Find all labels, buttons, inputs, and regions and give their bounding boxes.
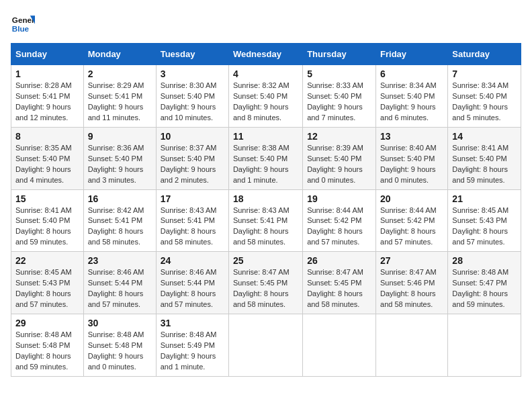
calendar-cell: 15Sunrise: 8:41 AMSunset: 5:40 PMDayligh… [11,189,84,252]
day-info: Sunrise: 8:34 AMSunset: 5:40 PMDaylight:… [452,81,517,124]
page-header: General Blue [11,11,521,35]
calendar-cell: 4Sunrise: 8:32 AMSunset: 5:40 PMDaylight… [228,65,302,128]
day-number: 31 [161,318,224,328]
day-info: Sunrise: 8:35 AMSunset: 5:40 PMDaylight:… [15,143,79,186]
day-info: Sunrise: 8:48 AMSunset: 5:47 PMDaylight:… [452,267,517,310]
column-header-monday: Monday [83,44,156,65]
day-number: 1 [15,68,79,79]
calendar-cell: 23Sunrise: 8:46 AMSunset: 5:44 PMDayligh… [83,252,156,314]
day-info: Sunrise: 8:28 AMSunset: 5:41 PMDaylight:… [15,81,79,124]
calendar-week-3: 15Sunrise: 8:41 AMSunset: 5:40 PMDayligh… [11,189,521,252]
day-info: Sunrise: 8:29 AMSunset: 5:41 PMDaylight:… [88,81,152,124]
column-header-thursday: Thursday [303,44,376,65]
svg-text:Blue: Blue [12,24,30,33]
day-info: Sunrise: 8:37 AMSunset: 5:40 PMDaylight:… [161,143,224,186]
day-info: Sunrise: 8:48 AMSunset: 5:48 PMDaylight:… [88,330,152,373]
day-info: Sunrise: 8:41 AMSunset: 5:40 PMDaylight:… [452,143,517,186]
day-info: Sunrise: 8:30 AMSunset: 5:40 PMDaylight:… [161,81,224,124]
calendar-cell: 9Sunrise: 8:36 AMSunset: 5:40 PMDaylight… [83,127,156,189]
calendar-cell: 22Sunrise: 8:45 AMSunset: 5:43 PMDayligh… [11,252,84,314]
day-number: 25 [233,255,298,266]
calendar-cell: 31Sunrise: 8:48 AMSunset: 5:49 PMDayligh… [156,314,228,377]
day-info: Sunrise: 8:43 AMSunset: 5:41 PMDaylight:… [161,205,224,248]
calendar-cell: 2Sunrise: 8:29 AMSunset: 5:41 PMDaylight… [83,65,156,128]
column-header-tuesday: Tuesday [156,44,228,65]
calendar-cell: 25Sunrise: 8:47 AMSunset: 5:45 PMDayligh… [228,252,302,314]
calendar-cell: 29Sunrise: 8:48 AMSunset: 5:48 PMDayligh… [11,314,84,377]
calendar-cell [376,314,448,377]
calendar-cell: 7Sunrise: 8:34 AMSunset: 5:40 PMDaylight… [448,65,521,128]
calendar-cell [448,314,521,377]
day-info: Sunrise: 8:44 AMSunset: 5:42 PMDaylight:… [380,205,443,248]
day-number: 18 [233,193,298,204]
day-info: Sunrise: 8:43 AMSunset: 5:41 PMDaylight:… [233,205,298,248]
day-number: 22 [15,255,79,266]
day-number: 6 [380,68,443,79]
calendar-cell: 17Sunrise: 8:43 AMSunset: 5:41 PMDayligh… [156,189,228,252]
day-number: 8 [15,131,79,142]
day-info: Sunrise: 8:47 AMSunset: 5:45 PMDaylight:… [307,267,371,310]
day-info: Sunrise: 8:36 AMSunset: 5:40 PMDaylight:… [88,143,152,186]
calendar-cell: 10Sunrise: 8:37 AMSunset: 5:40 PMDayligh… [156,127,228,189]
column-header-sunday: Sunday [11,44,84,65]
day-number: 14 [452,131,517,142]
day-info: Sunrise: 8:41 AMSunset: 5:40 PMDaylight:… [15,205,79,248]
calendar-cell: 24Sunrise: 8:46 AMSunset: 5:44 PMDayligh… [156,252,228,314]
day-info: Sunrise: 8:47 AMSunset: 5:45 PMDaylight:… [233,267,298,310]
day-number: 12 [307,131,371,142]
day-number: 9 [88,131,152,142]
calendar-cell: 3Sunrise: 8:30 AMSunset: 5:40 PMDaylight… [156,65,228,128]
day-number: 4 [233,68,298,79]
column-header-saturday: Saturday [448,44,521,65]
day-number: 19 [307,193,371,204]
calendar-table: SundayMondayTuesdayWednesdayThursdayFrid… [11,43,521,377]
day-info: Sunrise: 8:46 AMSunset: 5:44 PMDaylight:… [161,267,224,310]
calendar-cell: 20Sunrise: 8:44 AMSunset: 5:42 PMDayligh… [376,189,448,252]
calendar-week-2: 8Sunrise: 8:35 AMSunset: 5:40 PMDaylight… [11,127,521,189]
day-number: 10 [161,131,224,142]
day-info: Sunrise: 8:46 AMSunset: 5:44 PMDaylight:… [88,267,152,310]
day-number: 7 [452,68,517,79]
day-info: Sunrise: 8:42 AMSunset: 5:41 PMDaylight:… [88,205,152,248]
day-number: 5 [307,68,371,79]
day-info: Sunrise: 8:47 AMSunset: 5:46 PMDaylight:… [380,267,443,310]
day-info: Sunrise: 8:48 AMSunset: 5:49 PMDaylight:… [161,330,224,373]
calendar-week-1: 1Sunrise: 8:28 AMSunset: 5:41 PMDaylight… [11,65,521,128]
calendar-cell: 5Sunrise: 8:33 AMSunset: 5:40 PMDaylight… [303,65,376,128]
day-number: 23 [88,255,152,266]
calendar-cell: 6Sunrise: 8:34 AMSunset: 5:40 PMDaylight… [376,65,448,128]
day-number: 2 [88,68,152,79]
day-number: 3 [161,68,224,79]
day-number: 30 [88,318,152,328]
day-number: 11 [233,131,298,142]
calendar-cell: 11Sunrise: 8:38 AMSunset: 5:40 PMDayligh… [228,127,302,189]
calendar-cell [303,314,376,377]
column-header-friday: Friday [376,44,448,65]
day-info: Sunrise: 8:48 AMSunset: 5:48 PMDaylight:… [15,330,79,373]
day-number: 24 [161,255,224,266]
day-info: Sunrise: 8:38 AMSunset: 5:40 PMDaylight:… [233,143,298,186]
calendar-cell: 21Sunrise: 8:45 AMSunset: 5:43 PMDayligh… [448,189,521,252]
calendar-cell: 14Sunrise: 8:41 AMSunset: 5:40 PMDayligh… [448,127,521,189]
day-number: 17 [161,193,224,204]
calendar-week-4: 22Sunrise: 8:45 AMSunset: 5:43 PMDayligh… [11,252,521,314]
day-number: 16 [88,193,152,204]
day-number: 13 [380,131,443,142]
day-info: Sunrise: 8:45 AMSunset: 5:43 PMDaylight:… [15,267,79,310]
day-number: 29 [15,318,79,328]
day-info: Sunrise: 8:33 AMSunset: 5:40 PMDaylight:… [307,81,371,124]
day-info: Sunrise: 8:44 AMSunset: 5:42 PMDaylight:… [307,205,371,248]
calendar-cell: 1Sunrise: 8:28 AMSunset: 5:41 PMDaylight… [11,65,84,128]
calendar-cell: 26Sunrise: 8:47 AMSunset: 5:45 PMDayligh… [303,252,376,314]
logo: General Blue [11,11,35,35]
calendar-cell [228,314,302,377]
day-info: Sunrise: 8:39 AMSunset: 5:40 PMDaylight:… [307,143,371,186]
calendar-cell: 18Sunrise: 8:43 AMSunset: 5:41 PMDayligh… [228,189,302,252]
calendar-cell: 27Sunrise: 8:47 AMSunset: 5:46 PMDayligh… [376,252,448,314]
calendar-cell: 28Sunrise: 8:48 AMSunset: 5:47 PMDayligh… [448,252,521,314]
day-info: Sunrise: 8:45 AMSunset: 5:43 PMDaylight:… [452,205,517,248]
calendar-cell: 16Sunrise: 8:42 AMSunset: 5:41 PMDayligh… [83,189,156,252]
day-info: Sunrise: 8:40 AMSunset: 5:40 PMDaylight:… [380,143,443,186]
logo-icon: General Blue [11,11,35,35]
day-number: 26 [307,255,371,266]
